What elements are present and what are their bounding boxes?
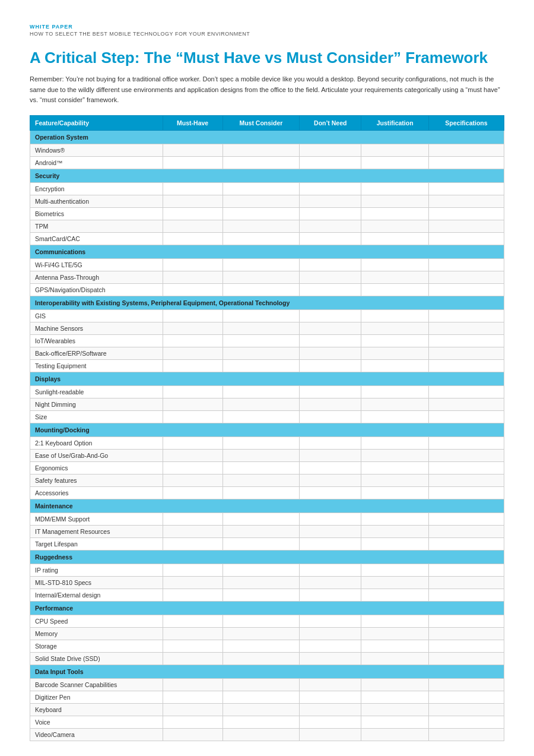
feature-label: IT Management Resources [30, 525, 163, 537]
data-cell [300, 525, 361, 537]
table-row: Ruggedness [30, 550, 504, 564]
data-cell [361, 486, 429, 499]
data-cell [428, 182, 504, 195]
table-row: IP rating [30, 564, 504, 576]
data-cell [223, 436, 299, 449]
feature-label: Testing Equipment [30, 359, 163, 372]
data-cell [428, 691, 504, 703]
framework-table: Feature/Capability Must-Have Must Consid… [30, 115, 504, 741]
data-cell [163, 513, 223, 525]
data-cell [300, 436, 361, 449]
table-row: Testing Equipment [30, 359, 504, 372]
data-cell [163, 474, 223, 486]
feature-label: Encryption [30, 182, 163, 195]
col-must-have: Must-Have [163, 115, 223, 130]
data-cell [163, 449, 223, 461]
data-cell [300, 347, 361, 359]
data-cell [163, 385, 223, 398]
table-row: Back-office/ERP/Software [30, 347, 504, 359]
data-cell [428, 461, 504, 474]
data-cell [428, 640, 504, 652]
data-cell [163, 728, 223, 741]
category-label: Maintenance [30, 499, 504, 513]
col-must-consider: Must Consider [223, 115, 299, 130]
data-cell [223, 652, 299, 665]
feature-label: Biometrics [30, 207, 163, 220]
data-cell [300, 144, 361, 156]
feature-label: GPS/Navigation/Dispatch [30, 283, 163, 296]
feature-label: Sunlight-readable [30, 385, 163, 398]
data-cell [163, 627, 223, 640]
data-cell [300, 449, 361, 461]
data-cell [300, 678, 361, 691]
table-row: Mounting/Docking [30, 423, 504, 436]
table-row: Android™ [30, 156, 504, 169]
table-row: Ease of Use/Grab-And-Go [30, 449, 504, 461]
white-paper-label: WHITE PAPER [30, 24, 504, 30]
data-cell [223, 537, 299, 550]
feature-label: Barcode Scanner Capabilities [30, 678, 163, 691]
data-cell [361, 322, 429, 334]
feature-label: Machine Sensors [30, 322, 163, 334]
table-row: MIL-STD-810 Specs [30, 576, 504, 589]
table-row: MDM/EMM Support [30, 513, 504, 525]
feature-label: MIL-STD-810 Specs [30, 576, 163, 589]
data-cell [361, 615, 429, 627]
data-cell [361, 334, 429, 347]
feature-label: CPU Speed [30, 615, 163, 627]
data-cell [163, 678, 223, 691]
data-cell [428, 449, 504, 461]
feature-label: SmartCard/CAC [30, 232, 163, 245]
table-row: Performance [30, 601, 504, 615]
data-cell [300, 691, 361, 703]
data-cell [428, 283, 504, 296]
data-cell [428, 322, 504, 334]
feature-label: Ergonomics [30, 461, 163, 474]
data-cell [361, 283, 429, 296]
data-cell [428, 220, 504, 232]
data-cell [361, 474, 429, 486]
table-row: Voice [30, 716, 504, 728]
data-cell [361, 576, 429, 589]
data-cell [428, 271, 504, 283]
data-cell [163, 652, 223, 665]
feature-label: IoT/Wearables [30, 334, 163, 347]
category-label: Displays [30, 372, 504, 385]
category-label: Performance [30, 601, 504, 615]
data-cell [428, 678, 504, 691]
table-row: TPM [30, 220, 504, 232]
data-cell [223, 283, 299, 296]
data-cell [428, 627, 504, 640]
data-cell [300, 207, 361, 220]
data-cell [361, 513, 429, 525]
data-cell [223, 474, 299, 486]
data-cell [361, 678, 429, 691]
data-cell [300, 283, 361, 296]
data-cell [223, 678, 299, 691]
table-row: Operation System [30, 130, 504, 144]
feature-label: Windows® [30, 144, 163, 156]
feature-label: 2:1 Keyboard Option [30, 436, 163, 449]
data-cell [223, 258, 299, 271]
data-cell [428, 258, 504, 271]
feature-label: Wi-Fi/4G LTE/5G [30, 258, 163, 271]
data-cell [163, 436, 223, 449]
data-cell [361, 220, 429, 232]
data-cell [361, 436, 429, 449]
feature-label: Video/Camera [30, 728, 163, 741]
table-header-row: Feature/Capability Must-Have Must Consid… [30, 115, 504, 130]
table-row: Windows® [30, 144, 504, 156]
data-cell [361, 309, 429, 322]
data-cell [428, 195, 504, 207]
feature-label: GIS [30, 309, 163, 322]
data-cell [163, 589, 223, 601]
data-cell [428, 652, 504, 665]
table-row: IoT/Wearables [30, 334, 504, 347]
data-cell [361, 537, 429, 550]
data-cell [223, 576, 299, 589]
data-cell [223, 359, 299, 372]
data-cell [361, 716, 429, 728]
data-cell [300, 716, 361, 728]
data-cell [163, 232, 223, 245]
data-cell [223, 728, 299, 741]
